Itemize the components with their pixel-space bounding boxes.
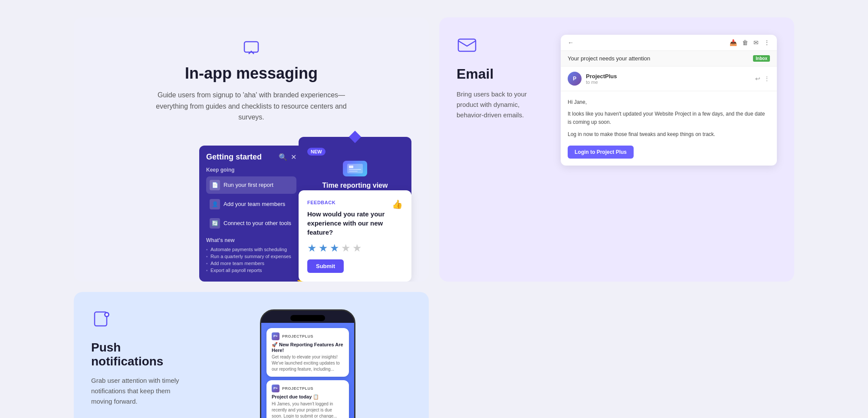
email-cta-button[interactable]: Login to Project Plus [568,146,634,159]
notif-body-2: Hi James, you haven't logged in recently… [272,401,344,418]
push-phone-area: P+ PROJECTPLUS 🚀 New Reporting Features … [204,309,411,418]
star-5[interactable]: ★ [352,242,362,254]
email-greeting: Hi Jane, [568,98,770,106]
push-icon [91,309,112,330]
notif-app-icon-2: P+ [272,385,279,392]
delete-icon[interactable]: 🗑 [742,39,748,46]
notif-app-name-1: PROJECTPLUS [282,334,313,338]
tools-icon: 🔄 [210,218,220,229]
inapp-title: In-app messaging [185,64,318,83]
email-toolbar: ← 📥 🗑 ✉ ⋮ [561,35,777,51]
whats-new-section: What's new Automate payments with schedu… [206,237,296,273]
bullet-2: Run a quarterly summary of expenses [206,254,296,259]
more-icon[interactable]: ⋮ [764,39,770,46]
sender-info: ProjectPlus to me [586,73,751,85]
time-report-icon [343,161,367,176]
email-left-content: Email Bring users back to your product w… [457,35,543,120]
email-toolbar-icons: 📥 🗑 ✉ ⋮ [730,39,770,46]
email-icon [457,35,477,56]
svg-rect-3 [349,169,361,170]
inapp-demo-area: Getting started 🔍 ✕ Keep going 📄 Run you… [91,137,411,282]
notif-app-name-2: PROJECTPLUS [282,386,313,391]
gs-item-label-1: Run your first report [224,182,273,188]
keep-going-label: Keep going [206,167,296,173]
inapp-card: In-app messaging Guide users from signup… [74,17,429,282]
gs-item-label-2: Add your team members [224,201,285,207]
email-card: Email Bring users back to your product w… [439,17,794,282]
svg-rect-4 [349,171,358,172]
inapp-subtitle: Guide users from signup to 'aha' with br… [147,90,355,123]
more-options-icon[interactable]: ⋮ [764,75,770,82]
push-card: Push notifications Grab user attention w… [74,292,429,418]
star-rating[interactable]: ★ ★ ★ ★ ★ [307,242,403,254]
notif-body-1: Get ready to elevate your insights! We'v… [272,354,344,372]
feedback-card: FEEDBACK 👍 How would you rate your exper… [299,190,411,282]
email-body-line1: It looks like you haven't updated your W… [568,110,770,126]
push-left-content: Push notifications Grab user attention w… [91,309,187,407]
team-icon: 👤 [210,199,220,209]
notif-header-1: P+ PROJECTPLUS [272,332,344,340]
push-notification-2: P+ PROJECTPLUS Project due today 📋 Hi Ja… [266,380,349,418]
bullet-3: Add more team members [206,261,296,266]
feature-card-icon-wrap [307,161,403,176]
bullet-1: Automate payments with scheduling [206,247,296,252]
notif-title-2: Project due today 📋 [272,394,344,400]
gs-item-tools[interactable]: 🔄 Connect to your other tools [206,215,296,232]
svg-rect-1 [347,164,363,173]
getting-started-widget: Getting started 🔍 ✕ Keep going 📄 Run you… [199,146,303,282]
svg-rect-5 [458,39,476,51]
svg-rect-2 [349,166,353,168]
email-body: Hi Jane, It looks like you haven't updat… [561,91,777,166]
notif-header-2: P+ PROJECTPLUS [272,385,344,392]
whats-new-title: What's new [206,237,296,243]
sender-name: ProjectPlus [586,73,751,80]
push-notification-1: P+ PROJECTPLUS 🚀 New Reporting Features … [266,328,349,377]
email-title: Email [457,66,543,82]
feedback-question: How would you rate your experience with … [307,209,403,237]
star-3[interactable]: ★ [330,242,339,254]
thumb-up-icon: 👍 [392,199,403,209]
push-title: Push notifications [91,341,187,368]
phone-screen: P+ PROJECTPLUS 🚀 New Reporting Features … [261,323,354,418]
phone-notch [261,311,354,323]
svg-point-8 [105,313,108,316]
diamond-decoration [349,131,361,143]
gs-actions: 🔍 ✕ [279,153,296,161]
gs-title: Getting started [206,153,262,162]
report-icon: 📄 [210,180,220,190]
back-icon[interactable]: ← [568,39,574,46]
submit-feedback-button[interactable]: Submit [307,259,344,273]
reply-icon[interactable]: ↩ [755,75,760,82]
gs-item-team[interactable]: 👤 Add your team members [206,196,296,213]
new-feature-title: Time reporting view [307,182,403,189]
gs-item-first-report[interactable]: 📄 Run your first report 👆 [206,176,296,194]
search-icon[interactable]: 🔍 [279,153,287,161]
email-subject-bar: Your project needs your attention Inbox [561,51,777,66]
sender-actions: ↩ ⋮ [755,75,770,82]
star-2[interactable]: ★ [319,242,328,254]
chat-icon [242,38,261,57]
email-sender-row: P ProjectPlus to me ↩ ⋮ [561,66,777,91]
bullet-4: Export all payroll reports [206,268,296,273]
push-description: Grab user attention with timely notifica… [91,375,187,407]
sender-avatar: P [568,72,582,86]
star-4[interactable]: ★ [341,242,351,254]
inbox-badge: Inbox [753,55,770,62]
phone-frame: P+ PROJECTPLUS 🚀 New Reporting Features … [260,309,355,418]
new-badge: NEW [307,148,326,156]
notch-pill [290,315,325,321]
email-description: Bring users back to your product with dy… [457,89,543,120]
email-subject: Your project needs your attention [568,55,650,62]
notif-app-icon-1: P+ [272,332,279,340]
email-body-line2: Log in now to make those final tweaks an… [568,130,770,139]
notif-title-1: 🚀 New Reporting Features Are Here! [272,342,344,353]
gs-item-label-3: Connect to your other tools [224,220,291,226]
email-preview: ← 📥 🗑 ✉ ⋮ Your project needs your attent… [561,35,777,166]
feedback-label: FEEDBACK [307,200,335,205]
archive-icon[interactable]: 📥 [730,39,737,46]
mail-icon[interactable]: ✉ [753,39,759,46]
close-icon[interactable]: ✕ [291,153,296,161]
sender-to: to me [586,80,751,85]
star-1[interactable]: ★ [307,242,317,254]
